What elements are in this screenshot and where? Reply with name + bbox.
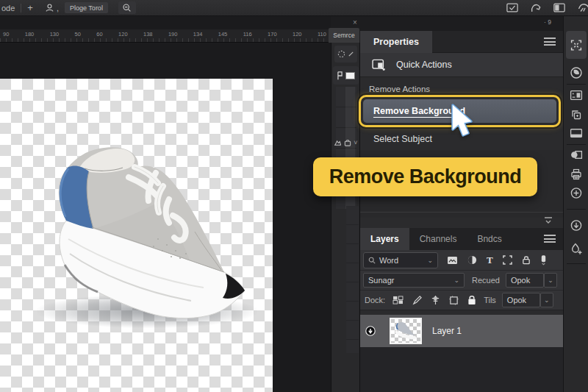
user-icon[interactable]	[45, 3, 54, 13]
layer-thumbnail-shoe	[391, 319, 420, 343]
opacity-chevron[interactable]: ⌄	[544, 273, 557, 288]
selection-tools-group[interactable]	[334, 46, 357, 63]
tab-properties[interactable]: Properties	[360, 31, 432, 53]
blend-mode-row: Sunagr ⌄ Recued Opok ⌄	[360, 271, 563, 291]
quick-actions-label: Quick Actions	[396, 60, 452, 70]
add-circle-icon[interactable]	[570, 187, 582, 199]
right-panel: Properties Quick Actions Remove Actions …	[360, 31, 563, 392]
shield-icon[interactable]	[570, 66, 583, 79]
fill-select[interactable]: Opok	[502, 293, 540, 307]
swatch-group[interactable]	[333, 66, 359, 85]
properties-tabbar: Properties	[360, 31, 563, 53]
flag-icon	[337, 71, 343, 80]
blend-mode-select[interactable]: Sunagr ⌄	[363, 273, 465, 288]
slash-icon	[348, 51, 354, 57]
close-icon[interactable]: ×	[353, 18, 357, 26]
dashed-circle-icon	[337, 50, 345, 58]
layers-panel: Layers Channels Bndcs Word ⌄ T	[360, 228, 563, 392]
opacity-label: Recued	[472, 276, 500, 285]
expand-icon[interactable]	[570, 39, 582, 51]
zoom-out-icon[interactable]	[118, 1, 136, 14]
toolbar-separator	[567, 263, 586, 264]
panel-cells-lower	[346, 206, 359, 353]
download-icon[interactable]	[570, 219, 582, 232]
zoom-note: · 9	[544, 18, 551, 26]
menu-item-partial[interactable]: ode	[1, 4, 15, 13]
layer-row[interactable]: Layer 1	[360, 315, 563, 347]
screen-icon[interactable]	[553, 3, 565, 13]
layers-empty-area	[360, 347, 563, 392]
search-icon	[368, 257, 376, 264]
chevron-down-icon: ⌄	[427, 257, 433, 264]
comment-check-icon[interactable]	[506, 3, 518, 13]
filter-type-icon[interactable]: T	[487, 254, 493, 266]
panel-wide-icon[interactable]	[570, 128, 582, 138]
fill-label: Tils	[484, 296, 496, 304]
panel-collapse-row	[360, 212, 563, 228]
lock-transparency-icon[interactable]	[392, 296, 404, 304]
layer-name: Layer 1	[432, 326, 462, 336]
layers-filter-row: Word ⌄ T	[360, 250, 563, 271]
filter-fill-icon[interactable]	[540, 254, 547, 266]
tab-channels[interactable]: Channels	[409, 228, 467, 250]
lock-artboard-icon[interactable]	[449, 296, 459, 305]
stamp-icon	[334, 139, 342, 146]
lock-label: Dock:	[365, 296, 385, 304]
menubar: ode + , Ploge Torol	[0, 0, 588, 16]
tag-add-icon[interactable]	[570, 243, 582, 255]
panel-menu-icon[interactable]	[544, 38, 556, 46]
remove-background-tooltip: Remove Background	[313, 157, 537, 196]
chevron-down-icon: ⌄	[453, 277, 459, 284]
tab-paths[interactable]: Bndcs	[467, 228, 512, 250]
mask-icon[interactable]	[570, 149, 582, 160]
photo-editor-window: 90180 13050 60120 138190 134145 116170 1…	[0, 0, 588, 392]
collapse-icon[interactable]	[544, 216, 553, 224]
strip-bottom-icons[interactable]: ˅	[333, 137, 359, 149]
copy-icon[interactable]	[570, 109, 582, 121]
layers-menu-icon[interactable]	[544, 235, 556, 243]
filter-shape-icon[interactable]	[503, 255, 512, 265]
filter-lock-icon[interactable]	[522, 255, 531, 265]
mini-toolbar-strip: ˅	[331, 43, 360, 392]
panel-image-icon[interactable]	[570, 90, 582, 101]
lock-row: Dock: Tils Opok ⌄	[360, 291, 563, 310]
bag-icon	[344, 139, 351, 146]
filter-image-icon[interactable]	[447, 256, 458, 265]
lock-position-icon[interactable]	[431, 295, 440, 305]
divider	[21, 4, 21, 13]
tab-layers[interactable]: Layers	[360, 228, 409, 250]
chevron-down-icon: ˅	[354, 139, 357, 146]
toolbar-separator	[567, 144, 586, 145]
canvas-edge	[272, 79, 273, 392]
active-tool-label[interactable]: Ploge Torol	[65, 2, 108, 13]
opacity-select[interactable]: Opok	[506, 273, 544, 288]
comma-mark: ,	[57, 4, 59, 13]
color-swatch[interactable]	[345, 72, 355, 79]
horizontal-ruler: 90180 13050 60120 138190 134145 116170 1…	[0, 29, 329, 43]
layer-search-select[interactable]: Word ⌄	[363, 252, 438, 268]
toolbar-separator	[567, 209, 586, 210]
ruler-labels: 90180 13050 60120 138190 134145 116170 1…	[0, 31, 329, 38]
hand-icon[interactable]	[577, 2, 588, 13]
quick-actions-row[interactable]: Quick Actions	[360, 53, 563, 77]
remove-actions-title: Remove Actions	[369, 85, 430, 93]
layers-tabbar: Layers Channels Bndcs	[360, 228, 563, 250]
source-tab[interactable]: Semrce	[329, 28, 359, 43]
hook-icon[interactable]	[530, 3, 542, 13]
toolbar-separator	[567, 84, 586, 85]
fill-chevron[interactable]: ⌄	[540, 293, 553, 307]
ruler-ticks	[0, 38, 329, 42]
canvas-pasteboard	[0, 16, 331, 392]
filter-adjustment-icon[interactable]	[467, 255, 477, 265]
visibility-icon[interactable]	[365, 325, 376, 337]
layer-thumbnail[interactable]	[390, 318, 422, 344]
right-edge-toolbar	[563, 16, 588, 392]
mouse-cursor	[447, 103, 478, 140]
lock-paint-icon[interactable]	[412, 296, 422, 305]
sneaker-image	[11, 143, 254, 327]
printer-icon[interactable]	[570, 168, 582, 180]
select-subject-button[interactable]: Select Subject	[373, 134, 432, 144]
add-icon[interactable]: +	[27, 2, 33, 13]
quick-actions-icon	[372, 59, 387, 71]
lock-all-icon[interactable]	[467, 295, 476, 305]
